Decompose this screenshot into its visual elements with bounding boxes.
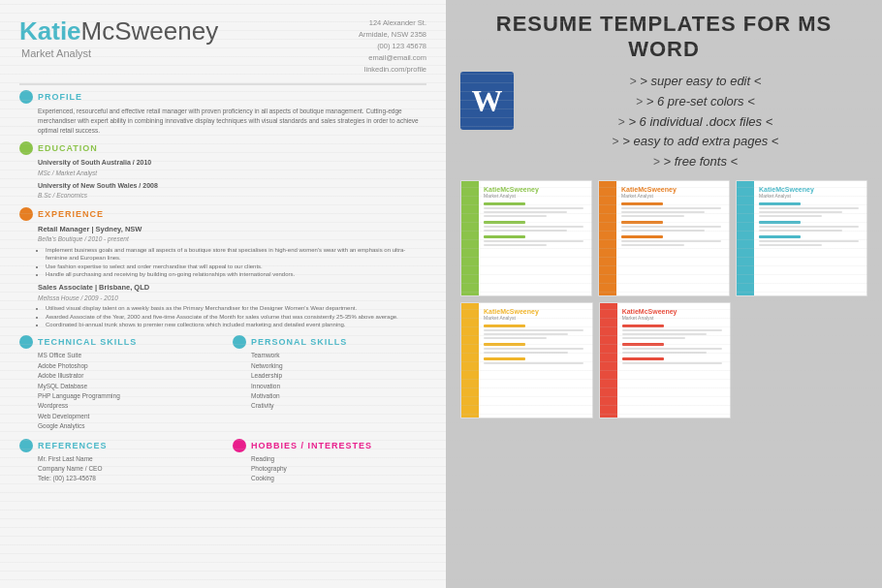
thumb-red-content: KatieMcSweeney Market Analyst: [619, 303, 731, 371]
hobbies-icon: [233, 439, 246, 452]
thumb-orange-name: KatieMcSweeney: [621, 186, 726, 193]
thumb-green-accent: [461, 181, 479, 295]
education-header: EDUCATION: [19, 141, 426, 155]
experience-header: EXPERIENCE: [19, 207, 426, 221]
profile-header: PROFILE: [19, 90, 426, 104]
thumb-red-accent: [600, 303, 617, 418]
header-divider: [19, 83, 426, 85]
hobbies-list: Reading Photography Cooking: [251, 454, 426, 484]
thumb-orange-content: KatieMcSweeney Market Analyst: [618, 181, 729, 253]
thumb-yellow-lines: [484, 325, 589, 364]
right-panel: RESUME TEMPLATES FOR MS WORD > > super e…: [446, 0, 882, 588]
personal-skills-col: PERSONAL SKILLS Teamwork Networking Lead…: [233, 335, 426, 431]
tech-skills-icon: [19, 335, 33, 349]
exp-1-bullets: Implement business goals and manage all …: [46, 246, 426, 279]
profile-section: PROFILE Experienced, resourceful and eff…: [19, 90, 426, 135]
thumb-green-content: KatieMcSweeney Market Analyst: [481, 181, 591, 253]
profile-content: Experienced, resourceful and effective r…: [38, 107, 426, 135]
personal-skills-list: Teamwork Networking Leadership Innovatio…: [251, 351, 426, 411]
feature-4: > > easy to add extra pages <: [523, 132, 867, 152]
promo-features-block: > > super easy to edit < > > 6 pre-set c…: [523, 72, 867, 172]
thumb-yellow-name: KatieMcSweeney: [484, 308, 589, 315]
thumb-row-2: KatieMcSweeney Market Analyst: [460, 302, 867, 418]
personal-skills-icon: [233, 335, 246, 349]
references-icon: [19, 439, 33, 452]
references-col: REFERENCES Mr. First Last Name Company N…: [19, 439, 213, 484]
thumb-teal-accent: [737, 181, 754, 295]
thumb-teal-name: KatieMcSweeney: [759, 186, 864, 193]
thumb-red-name: KatieMcSweeney: [622, 308, 728, 315]
last-name: McSweeney: [81, 16, 219, 46]
thumb-teal: KatieMcSweeney Market Analyst: [736, 180, 867, 296]
exp-2-bullets: Utilised visual display talent on a week…: [46, 304, 426, 328]
feature-3: > > 6 individual .docx files <: [523, 112, 867, 133]
promo-header: RESUME TEMPLATES FOR MS WORD: [460, 12, 867, 62]
profile-icon: [19, 90, 33, 104]
empty-slot: [737, 302, 867, 418]
references-title: REFERENCES: [38, 441, 108, 450]
resume-title: Market Analyst: [21, 47, 218, 59]
thumb-yellow-accent: [461, 303, 479, 418]
experience-title: EXPERIENCE: [38, 209, 104, 219]
thumb-green-name: KatieMcSweeney: [484, 186, 588, 193]
technical-skills-col: TECHNICAL SKILLS MS Office Suite Adobe P…: [19, 335, 213, 431]
edu-entry-1: University of South Australia / 2010 MSc…: [38, 158, 426, 177]
thumb-orange: KatieMcSweeney Market Analyst: [598, 180, 730, 296]
word-icon-block: [460, 72, 514, 130]
resume-contact: 124 Alexander St. Armidale, NSW 2358 (00…: [359, 17, 426, 76]
education-section: EDUCATION University of South Australia …: [19, 141, 426, 201]
thumb-red: KatieMcSweeney Market Analyst: [599, 302, 732, 418]
education-title: EDUCATION: [38, 143, 98, 153]
experience-icon: [19, 207, 33, 221]
references-content: Mr. First Last Name Company Name / CEO T…: [38, 454, 213, 484]
tech-skills-list: MS Office Suite Adobe Photoshop Adobe Il…: [38, 351, 213, 431]
feature-5: > > free fonts <: [523, 152, 867, 172]
skills-section: TECHNICAL SKILLS MS Office Suite Adobe P…: [19, 335, 426, 431]
thumb-red-lines: [622, 325, 728, 364]
thumb-teal-lines: [759, 202, 864, 246]
tech-skills-header: TECHNICAL SKILLS: [19, 335, 213, 349]
exp-entry-1: Retail Manager | Sydney, NSW Bella's Bou…: [38, 224, 426, 279]
hobbies-col: HOBBIES / INTERESTES Reading Photography…: [233, 439, 426, 484]
profile-title: PROFILE: [38, 92, 82, 102]
education-icon: [19, 141, 33, 155]
exp-entry-2: Sales Associate | Brisbane, QLD Melissa …: [38, 282, 426, 328]
first-name: Katie: [19, 16, 81, 46]
main-resume: KatieMcSweeney Market Analyst 124 Alexan…: [0, 0, 446, 588]
thumb-green-lines: [484, 202, 588, 246]
references-header: REFERENCES: [19, 439, 213, 452]
education-content: University of South Australia / 2010 MSc…: [38, 158, 426, 201]
promo-title: RESUME TEMPLATES FOR MS WORD: [460, 12, 867, 62]
feature-1: > > super easy to edit <: [523, 72, 867, 92]
edu-entry-2: University of New South Wales / 2008 B.S…: [38, 181, 426, 201]
hobbies-header: HOBBIES / INTERESTES: [233, 439, 426, 452]
hobbies-title: HOBBIES / INTERESTES: [251, 441, 372, 450]
thumb-green: KatieMcSweeney Market Analyst: [460, 180, 592, 296]
thumbnails-area: KatieMcSweeney Market Analyst: [460, 180, 867, 576]
top-right-area: > > super easy to edit < > > 6 pre-set c…: [460, 72, 867, 172]
resume-name: KatieMcSweeney: [19, 17, 218, 46]
resume-header: KatieMcSweeney Market Analyst 124 Alexan…: [19, 17, 426, 76]
thumb-teal-content: KatieMcSweeney Market Analyst: [756, 181, 866, 253]
personal-skills-title: PERSONAL SKILLS: [251, 337, 347, 347]
personal-skills-header: PERSONAL SKILLS: [233, 335, 426, 349]
thumb-orange-accent: [599, 181, 616, 295]
experience-content: Retail Manager | Sydney, NSW Bella's Bou…: [38, 224, 426, 329]
word-icon: [460, 72, 514, 130]
experience-section: EXPERIENCE Retail Manager | Sydney, NSW …: [19, 207, 426, 329]
thumb-yellow: KatieMcSweeney Market Analyst: [460, 302, 593, 418]
thumb-row-1: KatieMcSweeney Market Analyst: [460, 180, 867, 296]
tech-skills-title: TECHNICAL SKILLS: [38, 337, 137, 347]
feature-2: > > 6 pre-set colors <: [523, 92, 867, 112]
thumb-orange-lines: [621, 202, 726, 246]
thumb-yellow-content: KatieMcSweeney Market Analyst: [481, 303, 592, 371]
refs-hobbies-section: REFERENCES Mr. First Last Name Company N…: [19, 439, 426, 484]
